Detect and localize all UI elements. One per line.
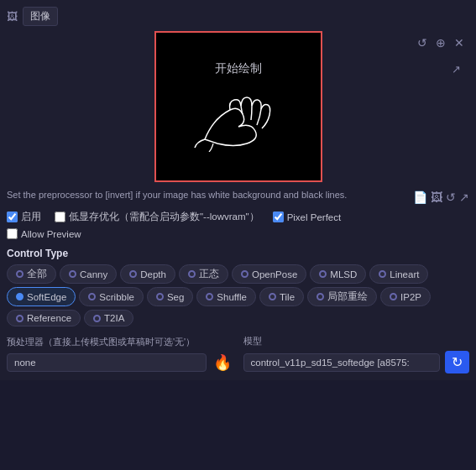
side-controls: ↗ (450, 61, 463, 77)
desc-send-icon[interactable]: ↗ (459, 191, 469, 204)
top-bar-label: 图像 (23, 7, 58, 26)
checkbox-row: 启用 低显存优化（需配合启动参数"--lowvram"） Pixel Perfe… (7, 211, 469, 223)
main-panel: 🖼 图像 ↺ ⊕ ✕ ↗ 开始绘制 (0, 0, 476, 380)
checkbox-lowvram[interactable]: 低显存优化（需配合启动参数"--lowvram"） (55, 211, 259, 223)
ctrl-btn-reference[interactable]: Reference (7, 310, 81, 326)
ctrl-btn-canny[interactable]: Canny (60, 264, 117, 284)
ctrl-btn-tile[interactable]: Tile (259, 287, 304, 306)
control-type-title: Control Type (7, 248, 469, 259)
expand-button[interactable]: ⊕ (434, 34, 447, 51)
allow-preview-row: Allow Preview (7, 228, 469, 239)
preprocessor-select[interactable]: none (7, 353, 207, 372)
desc-refresh-icon[interactable]: ↺ (446, 191, 456, 204)
image-area: ↺ ⊕ ✕ ↗ 开始绘制 (7, 31, 469, 182)
checkbox-pixelperfect[interactable]: Pixel Perfect (273, 212, 342, 222)
ctrl-btn-shuffle[interactable]: Shuffle (196, 287, 256, 306)
canvas-center-text: 开始绘制 (215, 61, 262, 76)
lowvram-checkbox[interactable] (55, 212, 65, 222)
model-refresh-button[interactable]: ↻ (445, 351, 469, 373)
external-link-button[interactable]: ↗ (450, 61, 463, 77)
ctrl-btn-t2ia[interactable]: T2IA (84, 310, 133, 326)
ctrl-btn-softedge[interactable]: SoftEdge (7, 287, 76, 306)
top-bar-icon: 🖼 (7, 10, 18, 23)
control-type-row-2: SoftEdge Scribble Seg Shuffle Tile 局部重绘 … (7, 287, 469, 306)
control-type-grid: 全部 Canny Depth 正态 OpenPose MLSD Lineart … (7, 264, 469, 326)
control-type-section: Control Type 全部 Canny Depth 正态 OpenPose … (7, 248, 469, 326)
control-type-row-1: 全部 Canny Depth 正态 OpenPose MLSD Lineart (7, 264, 469, 284)
checkbox-allow-preview[interactable]: Allow Preview (7, 228, 81, 239)
image-canvas: 开始绘制 (154, 31, 322, 182)
pixelperfect-checkbox[interactable] (273, 212, 284, 222)
ctrl-btn-zhengtai[interactable]: 正态 (179, 264, 228, 284)
qidong-label: 启用 (21, 211, 41, 223)
checkbox-qidong[interactable]: 启用 (7, 211, 41, 223)
ctrl-btn-openpose[interactable]: OpenPose (232, 264, 306, 284)
ctrl-btn-mlsd[interactable]: MLSD (310, 264, 366, 284)
desc-text-content: Set the preprocessor to [invert] if your… (7, 189, 408, 201)
ctrl-btn-scribble[interactable]: Scribble (79, 287, 144, 306)
image-top-controls: ↺ ⊕ ✕ (412, 31, 469, 55)
preprocessor-title: 预处理器（直接上传模式图或草稿时可选'无'） (7, 336, 233, 348)
allow-preview-label: Allow Preview (21, 229, 81, 239)
model-section: 模型 control_v11p_sd15_softedge [a8575: ↻ (243, 335, 470, 373)
model-select-row: control_v11p_sd15_softedge [a8575: ↻ (243, 351, 470, 373)
qidong-checkbox[interactable] (7, 212, 18, 222)
description-area: Set the preprocessor to [invert] if your… (7, 189, 469, 204)
ctrl-btn-depth[interactable]: Depth (120, 264, 175, 284)
ctrl-btn-seg[interactable]: Seg (147, 287, 193, 306)
lowvram-label: 低显存优化（需配合启动参数"--lowvram"） (69, 211, 259, 223)
preprocessor-select-row: none 🔥 (7, 352, 233, 373)
ctrl-btn-quanbu[interactable]: 全部 (7, 264, 56, 284)
ctrl-btn-lineart[interactable]: Lineart (369, 264, 428, 284)
desc-icon-buttons: 📄 🖼 ↺ ↗ (413, 191, 469, 204)
control-type-row-3: Reference T2IA (7, 310, 469, 326)
allow-preview-checkbox[interactable] (7, 228, 18, 239)
close-image-button[interactable]: ✕ (452, 34, 466, 51)
model-select[interactable]: control_v11p_sd15_softedge [a8575: (243, 353, 441, 372)
ctrl-btn-jubuchongui[interactable]: 局部重绘 (307, 287, 377, 306)
pixelperfect-label: Pixel Perfect (287, 212, 342, 222)
fire-button[interactable]: 🔥 (212, 352, 233, 373)
model-title: 模型 (243, 335, 470, 347)
reset-button[interactable]: ↺ (416, 34, 429, 51)
ctrl-btn-ip2p[interactable]: IP2P (380, 287, 431, 306)
hand-drawing (188, 93, 289, 152)
bottom-section: 预处理器（直接上传模式图或草稿时可选'无'） none 🔥 模型 control… (7, 335, 469, 373)
top-bar: 🖼 图像 (7, 7, 469, 26)
desc-image-icon[interactable]: 🖼 (431, 191, 442, 204)
desc-file-icon[interactable]: 📄 (413, 191, 427, 204)
preprocessor-section: 预处理器（直接上传模式图或草稿时可选'无'） none 🔥 (7, 336, 233, 373)
